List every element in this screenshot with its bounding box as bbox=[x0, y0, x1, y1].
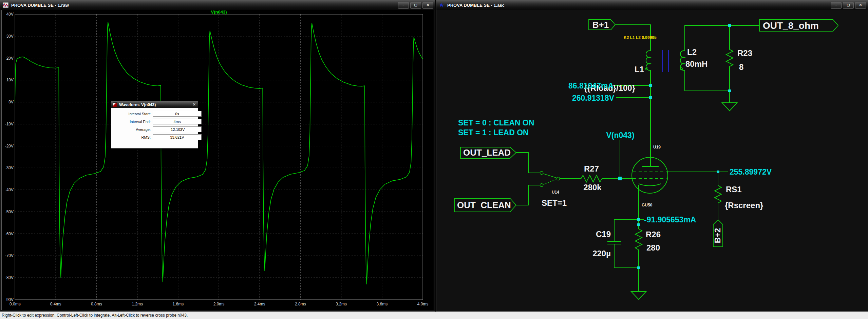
dialog-close-icon[interactable]: ✕ bbox=[193, 102, 196, 107]
value-C19[interactable]: 220µ bbox=[592, 249, 611, 258]
y-tick-label: -10V bbox=[5, 122, 14, 126]
ltspice-logo-icon bbox=[113, 102, 117, 107]
probe-screen-voltage[interactable]: 255.89972V bbox=[730, 167, 772, 176]
x-tick-label: 1.2ms bbox=[132, 302, 143, 306]
y-tick-label: -50V bbox=[5, 210, 14, 214]
value-U14[interactable]: SET=1 bbox=[542, 198, 567, 207]
note-lead[interactable]: SET = 1 : LEAD ON bbox=[458, 128, 529, 137]
dialog-titlebar[interactable]: Waveform: V(n043) ✕ bbox=[111, 101, 198, 108]
y-tick-label: -20V bbox=[5, 144, 14, 148]
component-R27[interactable] bbox=[581, 175, 603, 182]
x-tick-label: 2.8ms bbox=[295, 302, 306, 306]
probe-plate-current[interactable]: 86.81047mA bbox=[568, 81, 614, 90]
average-input[interactable] bbox=[153, 126, 202, 132]
ltspice-workspace: PROVA DUMBLE SE - 1.raw – ▢ ✕ PROVA DUMB… bbox=[0, 0, 868, 319]
component-L2[interactable] bbox=[680, 51, 685, 71]
flag-label-out-lead[interactable]: OUT_LEAD bbox=[463, 147, 511, 158]
label-L1[interactable]: L1 bbox=[635, 65, 644, 74]
component-L1[interactable] bbox=[646, 51, 651, 71]
value-L2[interactable]: 80mH bbox=[685, 59, 707, 68]
y-tick-label: -90V bbox=[5, 297, 14, 302]
label-R26[interactable]: R26 bbox=[646, 230, 661, 239]
flag-label-b2[interactable]: B+2 bbox=[713, 228, 722, 243]
label-U19[interactable]: U19 bbox=[653, 145, 661, 149]
drawing-layer: 0.0ms0.4ms0.8ms1.2ms1.6ms2.0ms2.4ms2.8ms… bbox=[0, 0, 868, 319]
y-tick-label: 40V bbox=[6, 12, 14, 17]
flag-label-b1[interactable]: B+1 bbox=[592, 20, 609, 30]
note-clean[interactable]: SET = 0 : CLEAN ON bbox=[458, 118, 534, 127]
x-tick-label: 2.0ms bbox=[213, 302, 225, 306]
trace-legend[interactable]: V(n043) bbox=[211, 9, 227, 15]
label-C19[interactable]: C19 bbox=[596, 230, 611, 239]
interval-end-label: Interval End: bbox=[111, 120, 153, 124]
coupling-statement[interactable]: K2 L1 L2 0.99995 bbox=[624, 35, 657, 40]
rms-input[interactable] bbox=[153, 134, 202, 140]
x-tick-label: 0.0ms bbox=[10, 302, 21, 306]
label-L2[interactable]: L2 bbox=[687, 47, 697, 57]
component-U14-switch[interactable] bbox=[540, 172, 560, 187]
x-tick-label: 3.6ms bbox=[376, 302, 388, 306]
label-R23[interactable]: R23 bbox=[737, 48, 752, 58]
component-U19-tube[interactable] bbox=[632, 157, 668, 193]
x-tick-label: 4.0ms bbox=[417, 302, 429, 306]
average-label: Average: bbox=[111, 127, 153, 132]
dialog-title: Waveform: V(n043) bbox=[119, 102, 156, 107]
component-R26[interactable] bbox=[635, 229, 642, 252]
value-R23[interactable]: 8 bbox=[739, 62, 743, 72]
y-tick-label: -30V bbox=[5, 165, 14, 170]
value-U19[interactable]: GU50 bbox=[642, 203, 653, 207]
flag-label-out-clean[interactable]: OUT_CLEAN bbox=[457, 200, 511, 210]
probe-node-label[interactable]: V(n043) bbox=[606, 131, 634, 140]
value-R27[interactable]: 280k bbox=[583, 183, 602, 192]
y-tick-label: 20V bbox=[6, 56, 14, 61]
value-RS1[interactable]: {Rscreen} bbox=[725, 201, 763, 210]
interval-start-input[interactable] bbox=[153, 111, 202, 117]
dialog-body: Interval Start: Interval End: Average: R… bbox=[111, 108, 198, 140]
label-U14[interactable]: U14 bbox=[552, 190, 559, 195]
value-R26[interactable]: 280 bbox=[646, 243, 660, 252]
y-tick-label: 30V bbox=[6, 34, 14, 39]
waveform-stats-dialog[interactable]: Waveform: V(n043) ✕ Interval Start: Inte… bbox=[111, 101, 198, 148]
flag-label-out8[interactable]: OUT_8_ohm bbox=[763, 20, 819, 31]
x-tick-label: 0.4ms bbox=[50, 302, 61, 306]
label-RS1[interactable]: RS1 bbox=[726, 185, 742, 194]
probe-cathode-current[interactable]: -91.905653mA bbox=[644, 215, 696, 224]
probe-plate-voltage[interactable]: 260.91318V bbox=[572, 94, 615, 102]
rms-label: RMS: bbox=[111, 135, 153, 139]
y-tick-label: -70V bbox=[5, 253, 14, 258]
component-C19[interactable] bbox=[607, 241, 621, 244]
x-tick-label: 0.8ms bbox=[91, 302, 102, 306]
y-tick-label: -80V bbox=[5, 275, 14, 280]
x-tick-label: 1.6ms bbox=[172, 302, 184, 306]
y-tick-label: 0V bbox=[8, 100, 14, 104]
component-R23[interactable] bbox=[726, 47, 733, 69]
y-tick-label: -60V bbox=[5, 232, 14, 236]
interval-start-label: Interval Start: bbox=[111, 112, 153, 116]
y-tick-label: 10V bbox=[6, 78, 14, 82]
y-tick-label: -40V bbox=[5, 187, 14, 192]
x-tick-label: 3.2ms bbox=[336, 302, 347, 306]
interval-end-input[interactable] bbox=[153, 119, 202, 124]
label-R27[interactable]: R27 bbox=[584, 164, 599, 173]
component-RS1[interactable] bbox=[715, 185, 721, 206]
waveform-plot: 0.0ms0.4ms0.8ms1.2ms1.6ms2.0ms2.4ms2.8ms… bbox=[5, 12, 429, 306]
coupling-core bbox=[662, 50, 668, 72]
x-tick-label: 2.4ms bbox=[254, 302, 265, 306]
